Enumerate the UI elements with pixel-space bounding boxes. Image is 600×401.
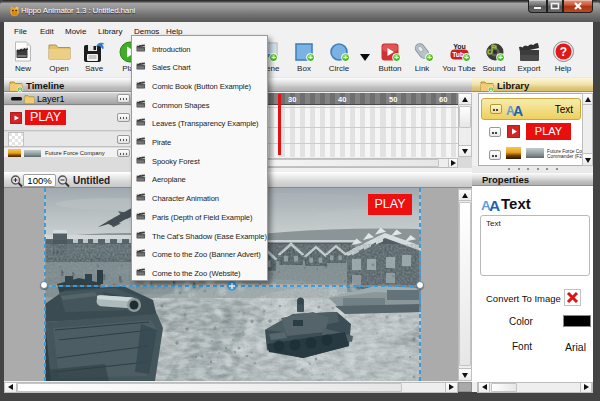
svg-text:You: You	[453, 43, 466, 50]
svg-text:?: ?	[560, 45, 567, 59]
svg-text:A: A	[489, 197, 500, 213]
svg-text:A: A	[513, 103, 523, 116]
